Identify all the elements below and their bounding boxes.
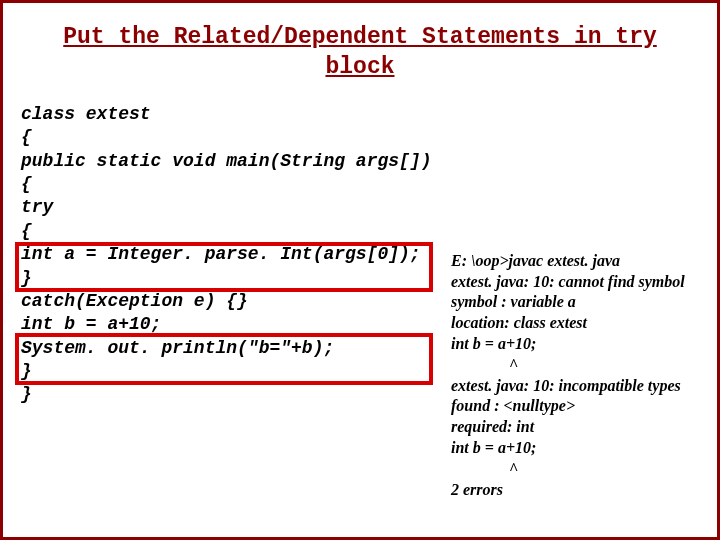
code-line: } — [21, 384, 32, 404]
error-caret: ^ — [451, 355, 720, 376]
code-line: catch(Exception e) {} — [21, 291, 248, 311]
code-line: class extest — [21, 104, 151, 124]
error-caret: ^ — [451, 459, 720, 480]
code-line: } — [21, 268, 32, 288]
error-line: found : <nulltype> — [451, 396, 693, 417]
code-line: { — [21, 221, 32, 241]
code-line: public static void main(String args[]) — [21, 151, 431, 171]
error-line: 2 errors — [451, 480, 693, 501]
error-line: required: int — [451, 417, 693, 438]
code-line: { — [21, 127, 32, 147]
slide-title: Put the Related/Dependent Statements in … — [31, 23, 689, 83]
error-line: extest. java: 10: incompatible types — [451, 376, 693, 397]
error-line: int b = a+10; — [451, 438, 693, 459]
code-line: System. out. println("b="+b); — [21, 338, 334, 358]
error-line: int b = a+10; — [451, 334, 693, 355]
error-line: location: class extest — [451, 313, 693, 334]
compiler-error-block: E: \oop>javac extest. java extest. java:… — [451, 251, 693, 501]
code-line: try — [21, 197, 53, 217]
code-line: } — [21, 361, 32, 381]
code-line: int b = a+10; — [21, 314, 161, 334]
error-line: symbol : variable a — [451, 292, 693, 313]
content-area: class extest { public static void main(S… — [21, 103, 699, 407]
error-line: E: \oop>javac extest. java — [451, 251, 693, 272]
slide-frame: Put the Related/Dependent Statements in … — [0, 0, 720, 540]
code-line: int a = Integer. parse. Int(args[0]); — [21, 244, 421, 264]
code-line: { — [21, 174, 32, 194]
error-line: extest. java: 10: cannot find symbol — [451, 272, 693, 293]
